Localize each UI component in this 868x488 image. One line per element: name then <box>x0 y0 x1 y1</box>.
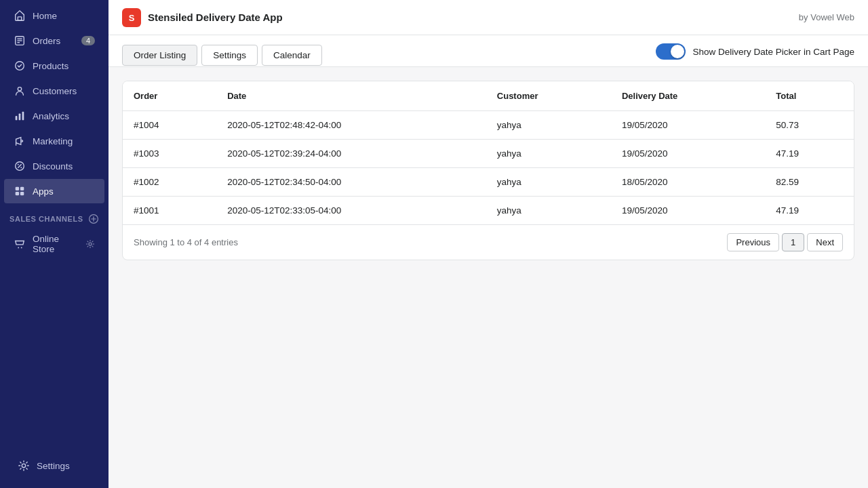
cell-customer: yahya <box>486 111 611 140</box>
analytics-icon <box>14 110 26 122</box>
svg-point-22 <box>18 247 19 249</box>
customers-icon <box>14 85 26 97</box>
prev-page-button[interactable]: Previous <box>727 233 779 251</box>
svg-rect-9 <box>22 112 24 121</box>
cell-total: 47.19 <box>765 197 854 225</box>
sidebar-item-orders-label: Orders <box>33 36 60 46</box>
table-body: #1004 2020-05-12T02:48:42-04:00 yahya 19… <box>123 111 854 225</box>
sidebar-item-marketing[interactable]: Marketing <box>4 129 104 153</box>
col-total: Total <box>765 81 854 111</box>
svg-point-24 <box>89 243 92 245</box>
sidebar-item-settings[interactable]: Settings <box>8 453 100 478</box>
discounts-icon <box>14 160 26 172</box>
cell-delivery-date: 19/05/2020 <box>611 197 765 225</box>
pagination: Previous 1 Next <box>727 233 843 251</box>
add-sales-channel-icon[interactable] <box>88 214 99 224</box>
svg-point-13 <box>18 164 19 165</box>
cell-date: 2020-05-12T02:33:05-04:00 <box>216 197 486 225</box>
col-order: Order <box>123 81 216 111</box>
cell-date: 2020-05-12T02:39:24-04:00 <box>216 140 486 168</box>
cell-total: 47.19 <box>765 140 854 168</box>
app-logo: S <box>122 8 141 27</box>
sidebar-item-products-label: Products <box>33 61 68 71</box>
table-footer: Showing 1 to 4 of 4 entries Previous 1 N… <box>123 224 854 260</box>
svg-text:S: S <box>129 13 135 23</box>
sidebar-item-settings-label: Settings <box>37 461 70 471</box>
sidebar-item-marketing-label: Marketing <box>33 136 73 146</box>
sidebar-item-orders[interactable]: Orders 4 <box>4 28 104 53</box>
cell-customer: yahya <box>486 140 611 168</box>
sidebar-item-products[interactable]: Products <box>4 54 104 78</box>
cell-total: 82.59 <box>765 168 854 197</box>
sidebar-item-online-store-label: Online Store <box>33 234 79 254</box>
cell-delivery-date: 19/05/2020 <box>611 111 765 140</box>
sidebar-item-customers[interactable]: Customers <box>4 79 104 103</box>
sidebar-item-discounts-label: Discounts <box>33 161 73 171</box>
col-customer: Customer <box>486 81 611 111</box>
content-area: Order Date Customer Delivery Date Total … <box>108 67 868 488</box>
page-1-button[interactable]: 1 <box>782 233 804 251</box>
tab-calendar[interactable]: Calendar <box>262 45 322 66</box>
sidebar-item-discounts[interactable]: Discounts <box>4 154 104 178</box>
col-date: Date <box>216 81 486 111</box>
cell-date: 2020-05-12T02:48:42-04:00 <box>216 111 486 140</box>
cell-order: #1001 <box>123 197 216 225</box>
sidebar-item-online-store[interactable]: Online Store <box>4 228 104 260</box>
svg-point-6 <box>18 87 21 91</box>
tabs-bar: Order Listing Settings Calendar Show Del… <box>108 35 868 67</box>
table-row[interactable]: #1003 2020-05-12T02:39:24-04:00 yahya 19… <box>123 140 854 168</box>
main-content: S Stensiled Delivery Date App by Vowel W… <box>108 0 868 488</box>
table-header-row: Order Date Customer Delivery Date Total <box>123 81 854 111</box>
sidebar-item-apps-label: Apps <box>33 186 54 197</box>
products-icon <box>14 60 26 72</box>
sidebar-item-home-label: Home <box>33 11 57 21</box>
marketing-icon <box>14 135 26 147</box>
next-page-button[interactable]: Next <box>807 233 843 251</box>
svg-rect-18 <box>20 192 24 195</box>
cell-customer: yahya <box>486 168 611 197</box>
svg-point-23 <box>21 247 22 249</box>
sidebar: Home Orders 4 Products Customers A <box>0 0 108 488</box>
table-row[interactable]: #1004 2020-05-12T02:48:42-04:00 yahya 19… <box>123 111 854 140</box>
toggle-label: Show Delivery Date Picker in Cart Page <box>692 47 854 57</box>
app-byline: by Vowel Web <box>799 12 854 22</box>
sidebar-item-home[interactable]: Home <box>4 3 104 28</box>
tab-settings[interactable]: Settings <box>201 45 258 66</box>
table-row[interactable]: #1002 2020-05-12T02:34:50-04:00 yahya 18… <box>123 168 854 197</box>
showing-entries: Showing 1 to 4 of 4 entries <box>134 237 238 247</box>
col-delivery-date: Delivery Date <box>611 81 765 111</box>
svg-rect-15 <box>16 187 19 190</box>
online-store-icon <box>14 238 26 250</box>
orders-icon <box>14 35 26 47</box>
svg-rect-16 <box>20 187 24 190</box>
delivery-date-toggle[interactable] <box>656 43 686 60</box>
app-title: Stensiled Delivery Date App <box>148 12 283 23</box>
sidebar-item-apps[interactable]: Apps <box>4 179 104 203</box>
toggle-area: Show Delivery Date Picker in Cart Page <box>656 43 854 66</box>
svg-rect-0 <box>18 17 21 20</box>
cell-delivery-date: 18/05/2020 <box>611 168 765 197</box>
settings-icon <box>18 460 30 472</box>
svg-rect-7 <box>16 116 18 120</box>
sidebar-nav: Home Orders 4 Products Customers A <box>0 0 108 446</box>
cell-order: #1003 <box>123 140 216 168</box>
cell-order: #1004 <box>123 111 216 140</box>
svg-point-25 <box>22 464 25 467</box>
sidebar-item-analytics[interactable]: Analytics <box>4 104 104 128</box>
home-icon <box>14 9 26 22</box>
table-row[interactable]: #1001 2020-05-12T02:33:05-04:00 yahya 19… <box>123 197 854 225</box>
cell-total: 50.73 <box>765 111 854 140</box>
svg-point-14 <box>20 167 22 168</box>
orders-table-card: Order Date Customer Delivery Date Total … <box>122 81 854 260</box>
sidebar-item-analytics-label: Analytics <box>33 111 69 121</box>
cell-customer: yahya <box>486 197 611 225</box>
online-store-gear-icon[interactable] <box>85 239 95 249</box>
sidebar-bottom: Settings <box>0 446 108 488</box>
cell-date: 2020-05-12T02:34:50-04:00 <box>216 168 486 197</box>
tab-order-listing[interactable]: Order Listing <box>122 45 197 66</box>
app-title-area: S Stensiled Delivery Date App <box>122 8 283 27</box>
sales-channels-label: Sales Channels <box>0 204 108 227</box>
topbar: S Stensiled Delivery Date App by Vowel W… <box>108 0 868 35</box>
apps-icon <box>14 185 26 197</box>
orders-table: Order Date Customer Delivery Date Total … <box>123 81 854 224</box>
